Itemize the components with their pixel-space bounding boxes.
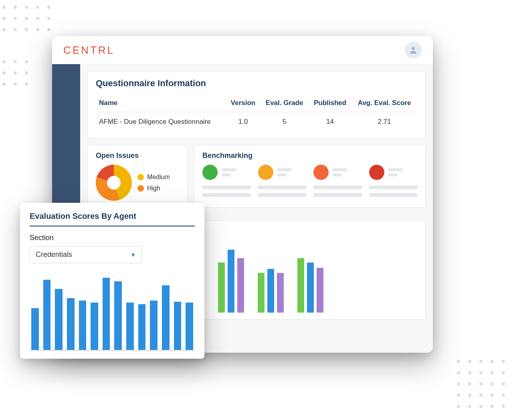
legend-dot: [137, 174, 144, 180]
th-grade: Eval. Grade: [260, 94, 309, 112]
chart-bar: [150, 301, 158, 350]
open-issues-donut-chart: [96, 165, 132, 201]
card-title: Open Issues: [96, 151, 179, 160]
chart-bar: [43, 280, 51, 350]
chart-bar: [277, 273, 284, 313]
benchmarking-item: [313, 165, 362, 180]
legend-item-high: High: [137, 185, 170, 192]
cell-published: 14: [309, 112, 351, 132]
legend-dot: [137, 185, 144, 192]
decorative-dots: [2, 60, 28, 86]
chart-bar: [138, 304, 146, 350]
brand-logo: CENTRL: [63, 44, 115, 57]
benchmarking-item: [202, 165, 251, 180]
chart-bar: [103, 278, 110, 350]
titlebar: CENTRL: [52, 36, 433, 64]
section-label: Section: [30, 234, 195, 242]
legend-item-medium: Medium: [137, 174, 170, 181]
th-avg: Avg. Eval. Score: [351, 94, 417, 112]
chart-bar: [79, 301, 87, 350]
chart-bar: [218, 262, 225, 313]
card-title: Benchmarking: [202, 151, 417, 160]
legend-label: Medium: [147, 174, 170, 181]
card-title: Questionnaire Information: [96, 78, 417, 89]
decorative-dots: [457, 360, 505, 408]
chart-bar: [307, 262, 314, 313]
th-published: Published: [309, 94, 351, 112]
table-row: AFME - Due Diligence Questionnaire 1.0 5…: [96, 112, 417, 132]
evaluation-scores-chart: [30, 271, 195, 351]
status-circle-icon: [258, 165, 273, 180]
card-title: Evaluation Scores By Agent: [30, 212, 195, 226]
evaluation-scores-card: Evaluation Scores By Agent Section Crede…: [20, 203, 204, 359]
chart-bar: [162, 285, 170, 350]
decorative-dots: [2, 6, 50, 31]
chart-bar-group: [218, 250, 244, 313]
chart-bar: [228, 250, 234, 313]
legend-label: High: [147, 185, 160, 192]
questionnaire-info-card: Questionnaire Information Name Version E…: [87, 71, 426, 138]
th-version: Version: [226, 94, 260, 112]
open-issues-legend: Medium High: [137, 174, 170, 192]
chart-bar: [174, 302, 182, 350]
chevron-down-icon: ▼: [130, 252, 136, 258]
open-issues-card: Open Issues Medium High: [87, 145, 188, 208]
chart-bar: [317, 268, 323, 313]
chart-bar: [114, 281, 122, 350]
chart-bar: [258, 273, 265, 313]
chart-bar: [297, 258, 304, 313]
status-circle-icon: [313, 165, 329, 180]
th-name: Name: [96, 94, 226, 112]
chart-bar: [186, 303, 193, 350]
cell-grade: 5: [260, 112, 309, 132]
chart-bar: [91, 303, 98, 350]
chart-bar-group: [297, 258, 323, 313]
chart-bar: [126, 303, 134, 350]
chart-bar: [31, 308, 39, 350]
chart-bar-group: [258, 269, 284, 313]
svg-point-0: [412, 47, 415, 50]
status-circle-icon: [202, 165, 218, 180]
benchmarking-item: [258, 165, 307, 180]
chart-bar: [55, 289, 63, 350]
chart-bar: [267, 269, 274, 313]
benchmarking-card: Benchmarking: [194, 145, 426, 208]
cell-name: AFME - Due Diligence Questionnaire: [96, 112, 226, 132]
cell-avg: 2.71: [351, 112, 417, 132]
cell-version: 1.0: [226, 112, 260, 132]
chart-bar: [67, 298, 75, 350]
benchmarking-status-row: [202, 165, 417, 180]
questionnaire-table: Name Version Eval. Grade Published Avg. …: [96, 94, 417, 131]
benchmarking-placeholder-grid: [202, 186, 417, 197]
select-value: Credentials: [36, 250, 72, 259]
avatar[interactable]: [405, 42, 422, 59]
chart-bar: [237, 258, 244, 313]
section-select[interactable]: Credentials ▼: [30, 246, 142, 263]
benchmarking-item: [369, 165, 418, 180]
status-circle-icon: [369, 165, 384, 180]
